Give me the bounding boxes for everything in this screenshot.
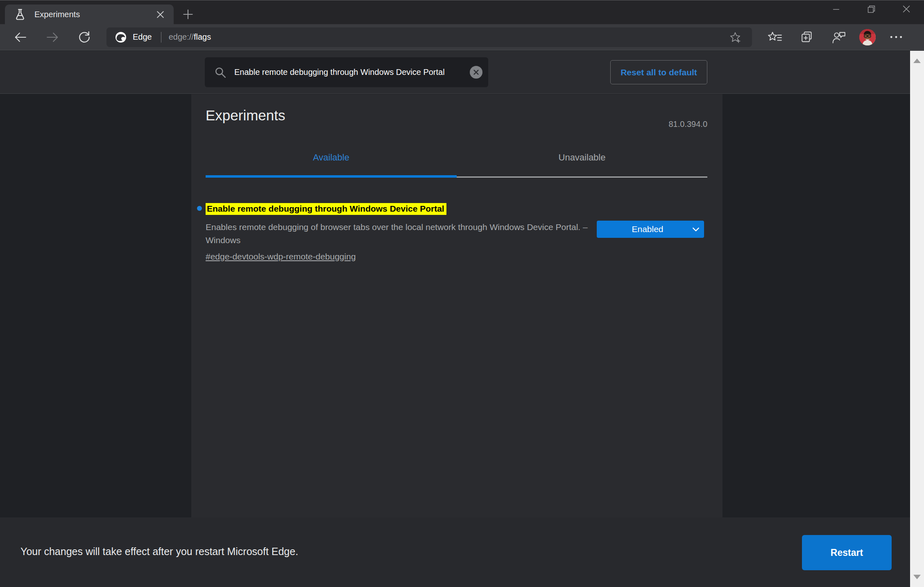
vertical-scrollbar[interactable] <box>910 51 924 587</box>
flag-state-value: Enabled <box>597 224 688 234</box>
favorites-button[interactable] <box>763 27 786 48</box>
clear-search-icon[interactable] <box>470 66 482 79</box>
tab-available[interactable]: Available <box>206 145 457 178</box>
refresh-button[interactable] <box>73 27 96 48</box>
minimize-button[interactable] <box>818 0 854 18</box>
feedback-button[interactable] <box>827 27 850 48</box>
toolbar: Edge edge://flags <box>0 24 924 50</box>
search-icon <box>215 67 226 78</box>
tab-close-icon[interactable] <box>153 7 167 21</box>
flags-tabs: Available Unavailable <box>206 145 708 178</box>
flask-icon <box>15 8 25 20</box>
collections-button[interactable] <box>795 27 818 48</box>
flag-state-dropdown[interactable]: Enabled <box>597 221 704 238</box>
page-content: Experiments 81.0.394.0 Available Unavail… <box>0 94 924 517</box>
flag-entry: Enable remote debugging through Windows … <box>206 203 708 262</box>
url-text[interactable]: edge://flags <box>169 32 722 42</box>
flags-panel: Experiments 81.0.394.0 Available Unavail… <box>191 94 722 517</box>
search-input[interactable] <box>234 68 470 77</box>
new-tab-button[interactable] <box>180 7 196 22</box>
tab-bar: Experiments <box>0 0 924 24</box>
scroll-down-icon[interactable] <box>910 569 924 585</box>
version-label: 81.0.394.0 <box>668 120 707 129</box>
flag-title-highlighted: Enable remote debugging through Windows … <box>206 203 446 215</box>
tab-experiments[interactable]: Experiments <box>5 5 174 24</box>
address-divider <box>161 32 161 43</box>
close-window-button[interactable] <box>889 0 924 18</box>
url-path: flags <box>194 32 211 41</box>
flag-description: Enables remote debugging of browser tabs… <box>206 221 593 247</box>
flag-permalink[interactable]: #edge-devtools-wdp-remote-debugging <box>206 252 356 262</box>
tab-unavailable-label: Unavailable <box>559 145 606 163</box>
window-controls <box>818 0 924 18</box>
browser-window: Experiments <box>0 0 924 587</box>
forward-button[interactable] <box>41 27 64 48</box>
scroll-up-icon[interactable] <box>910 52 924 69</box>
search-strip: Reset all to default <box>0 51 924 94</box>
address-bar[interactable]: Edge edge://flags <box>106 27 752 47</box>
profile-avatar[interactable] <box>859 29 876 45</box>
url-scheme: edge:// <box>169 32 194 41</box>
back-button[interactable] <box>9 27 32 48</box>
page-title: Experiments <box>206 107 708 124</box>
settings-menu-button[interactable] <box>885 27 908 48</box>
tab-available-label: Available <box>313 145 349 163</box>
tab-unavailable[interactable]: Unavailable <box>457 145 707 178</box>
restore-button[interactable] <box>854 0 889 18</box>
site-button-label: Edge <box>133 32 152 42</box>
add-favorite-button[interactable] <box>722 28 748 46</box>
search-box <box>205 57 488 87</box>
chevron-down-icon <box>688 228 704 231</box>
toolbar-icons <box>763 27 917 48</box>
tab-title: Experiments <box>34 10 153 19</box>
edge-logo-icon <box>115 31 127 43</box>
flag-indicator-dot <box>197 206 202 211</box>
reset-all-button[interactable]: Reset all to default <box>610 60 707 84</box>
restart-message: Your changes will take effect after you … <box>20 546 298 558</box>
restart-button[interactable]: Restart <box>802 535 892 570</box>
tab-available-underline <box>206 175 457 178</box>
tab-unavailable-underline <box>457 176 707 178</box>
